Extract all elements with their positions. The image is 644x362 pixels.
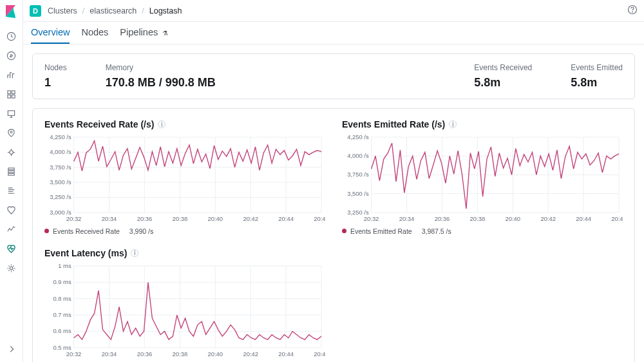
infra-icon[interactable]: [6, 166, 17, 177]
svg-text:4,250 /s: 4,250 /s: [50, 133, 71, 140]
svg-text:4,000 /s: 4,000 /s: [347, 152, 369, 159]
deployment-badge[interactable]: D: [30, 5, 41, 17]
svg-point-7: [10, 131, 12, 133]
crumb-clusters[interactable]: Clusters: [48, 6, 77, 15]
svg-text:20:46: 20:46: [611, 215, 623, 222]
summary-received-value: 5.8m: [474, 76, 532, 90]
beta-icon: ⚗: [162, 30, 168, 37]
svg-text:0.7 ms: 0.7 ms: [53, 311, 71, 318]
info-icon[interactable]: i: [158, 120, 166, 128]
chart-legend: Events Emitted Rate 3,987.5 /s: [342, 227, 623, 235]
svg-text:20:38: 20:38: [173, 215, 188, 222]
svg-rect-9: [8, 167, 14, 169]
chart-received_rate: Events Received Rate (/s)i 4,250 /s4,000…: [44, 119, 325, 235]
summary-nodes-label: Nodes: [44, 63, 67, 72]
svg-rect-4: [8, 95, 11, 98]
topbar: D Clusters / elasticsearch / Logstash: [23, 0, 644, 22]
breadcrumb-separator: /: [82, 6, 84, 15]
crumb-elasticsearch[interactable]: elasticsearch: [90, 6, 137, 15]
svg-text:0.6 ms: 0.6 ms: [53, 327, 71, 334]
svg-text:20:32: 20:32: [66, 215, 82, 222]
svg-text:3,750 /s: 3,750 /s: [50, 164, 71, 171]
maps-icon[interactable]: [6, 127, 17, 138]
crumb-logstash[interactable]: Logstash: [149, 6, 182, 15]
svg-text:20:32: 20:32: [66, 350, 82, 357]
summary-emitted-label: Events Emitted: [571, 63, 623, 72]
svg-text:20:40: 20:40: [208, 215, 223, 222]
uptime-icon[interactable]: [6, 204, 17, 216]
breadcrumb: Clusters / elasticsearch / Logstash: [48, 6, 182, 15]
summary-panel: Nodes 1 Memory 170.8 MB / 990.8 MB Event…: [32, 53, 635, 99]
svg-text:20:36: 20:36: [137, 215, 153, 222]
tab-pipelines[interactable]: Pipelines ⚗: [120, 27, 168, 44]
chart-legend: Events Received Rate 3,990 /s: [44, 227, 325, 235]
legend-dot-icon: [342, 229, 346, 233]
svg-text:0.8 ms: 0.8 ms: [53, 294, 71, 301]
svg-rect-3: [12, 90, 15, 93]
chart-plot[interactable]: 4,250 /s4,000 /s3,750 /s3,500 /s3,250 /s…: [44, 133, 325, 225]
left-nav: [0, 0, 23, 362]
kibana-logo-icon[interactable]: [6, 5, 17, 20]
summary-received-label: Events Received: [474, 63, 532, 72]
svg-text:20:34: 20:34: [102, 350, 117, 357]
svg-text:20:38: 20:38: [470, 215, 486, 222]
svg-rect-6: [8, 110, 14, 115]
recent-icon[interactable]: [6, 30, 17, 42]
dashboard-icon[interactable]: [6, 88, 17, 100]
svg-text:20:46: 20:46: [314, 350, 325, 357]
apm-icon[interactable]: [6, 224, 17, 235]
summary-memory: Memory 170.8 MB / 990.8 MB: [106, 63, 216, 90]
charts-panel: Events Received Rate (/s)i 4,250 /s4,000…: [32, 108, 635, 362]
visualize-icon[interactable]: [6, 69, 17, 81]
svg-text:1 ms: 1 ms: [58, 262, 71, 269]
logs-icon[interactable]: [6, 185, 17, 196]
svg-text:20:34: 20:34: [399, 215, 415, 222]
info-icon[interactable]: i: [449, 120, 457, 128]
ml-icon[interactable]: [6, 146, 17, 158]
sub-tabs: Overview Nodes Pipelines ⚗: [23, 22, 644, 44]
chart-title: Events Emitted Rate (/s)i: [342, 119, 623, 129]
discover-icon[interactable]: [6, 50, 17, 61]
svg-point-12: [10, 267, 13, 270]
svg-text:20:46: 20:46: [314, 215, 325, 222]
summary-nodes: Nodes 1: [44, 63, 67, 90]
summary-received: Events Received 5.8m: [474, 63, 532, 90]
svg-text:20:44: 20:44: [278, 215, 294, 222]
svg-point-1: [7, 52, 15, 59]
svg-text:20:36: 20:36: [435, 215, 450, 222]
chart-plot[interactable]: 1 ms0.9 ms0.8 ms0.7 ms0.6 ms0.5 ms20:322…: [44, 262, 325, 360]
tab-overview[interactable]: Overview: [31, 27, 70, 44]
svg-text:20:42: 20:42: [243, 215, 258, 222]
svg-point-8: [10, 150, 14, 154]
svg-text:3,500 /s: 3,500 /s: [347, 190, 369, 197]
svg-text:3,250 /s: 3,250 /s: [50, 193, 71, 200]
svg-text:20:42: 20:42: [243, 350, 258, 357]
svg-text:3,500 /s: 3,500 /s: [50, 178, 71, 186]
svg-text:20:36: 20:36: [137, 350, 153, 357]
svg-point-14: [632, 12, 633, 12]
svg-text:20:42: 20:42: [540, 215, 556, 222]
summary-emitted-value: 5.8m: [571, 76, 623, 90]
svg-text:4,250 /s: 4,250 /s: [347, 133, 369, 140]
svg-text:20:38: 20:38: [173, 350, 188, 357]
help-icon[interactable]: [627, 5, 638, 17]
svg-text:20:40: 20:40: [208, 350, 223, 357]
svg-rect-10: [8, 171, 14, 173]
info-icon[interactable]: i: [131, 249, 138, 257]
svg-text:20:44: 20:44: [576, 215, 591, 222]
svg-rect-2: [8, 90, 11, 93]
chart-emitted_rate: Events Emitted Rate (/s)i 4,250 /s4,000 …: [342, 119, 623, 235]
summary-memory-value: 170.8 MB / 990.8 MB: [106, 76, 216, 90]
collapse-icon[interactable]: [7, 345, 16, 356]
monitoring-icon[interactable]: [6, 243, 17, 254]
management-icon[interactable]: [6, 262, 17, 274]
summary-memory-label: Memory: [106, 63, 216, 72]
canvas-icon[interactable]: [6, 108, 17, 119]
chart-plot[interactable]: 4,250 /s4,000 /s3,750 /s3,500 /s3,250 /s…: [342, 133, 623, 225]
svg-rect-5: [12, 95, 15, 98]
svg-text:20:34: 20:34: [102, 215, 117, 222]
svg-text:0.9 ms: 0.9 ms: [53, 278, 71, 285]
svg-text:20:40: 20:40: [506, 215, 521, 222]
tab-nodes[interactable]: Nodes: [81, 27, 108, 44]
svg-text:3,750 /s: 3,750 /s: [347, 171, 369, 178]
